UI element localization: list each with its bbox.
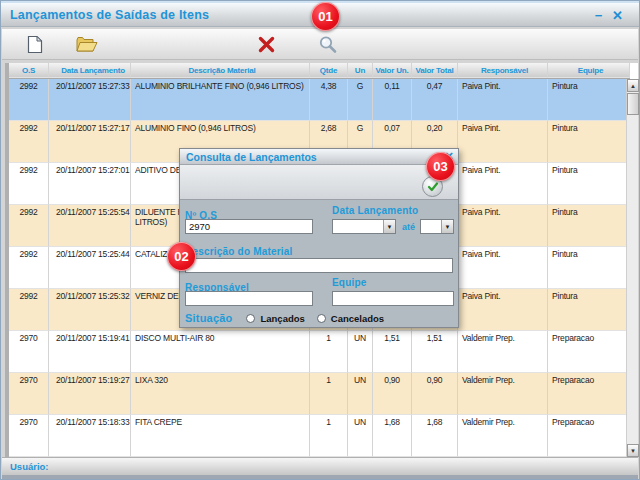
data-fim-combo[interactable]: ▼ bbox=[420, 219, 454, 234]
cell-os: 2992 bbox=[9, 163, 49, 205]
situacao-label: Situação bbox=[185, 312, 232, 324]
chevron-down-icon[interactable]: ▼ bbox=[383, 220, 395, 233]
new-button[interactable] bbox=[22, 31, 48, 57]
cell-data: 20/11/2007 15:25:32 bbox=[49, 289, 131, 331]
table-header-row: O.SData LançamentoDescrição MaterialQtde… bbox=[9, 63, 630, 79]
cell-os: 2992 bbox=[9, 79, 49, 121]
cell-os: 2992 bbox=[9, 121, 49, 163]
responsavel-input[interactable] bbox=[185, 291, 313, 306]
cell-os: 2992 bbox=[9, 289, 49, 331]
data-inicio-combo[interactable]: ▼ bbox=[332, 219, 396, 234]
cell-qtde: 4,38 bbox=[310, 79, 348, 121]
cell-valor_total: 0,47 bbox=[412, 79, 458, 121]
annotation-badge-01: 01 bbox=[311, 2, 340, 31]
column-header-valor_total[interactable]: Valor Total bbox=[412, 63, 458, 78]
chevron-down-icon[interactable]: ▼ bbox=[441, 220, 453, 233]
cell-data: 20/11/2007 15:19:41 bbox=[49, 331, 131, 373]
table-row[interactable]: 297020/11/2007 15:18:33FITA CREPE1UN1,68… bbox=[9, 415, 630, 457]
cell-equipe: Pintura bbox=[548, 289, 630, 331]
column-header-responsavel[interactable]: Responsável bbox=[458, 63, 548, 78]
cell-valor_un: 0,90 bbox=[373, 373, 412, 415]
table-row[interactable]: 297020/11/2007 15:19:41DISCO MULTI-AIR 8… bbox=[9, 331, 630, 373]
cell-data: 20/11/2007 15:25:44 bbox=[49, 247, 131, 289]
window-bottom-edge bbox=[2, 475, 638, 479]
cell-data: 20/11/2007 15:19:27 bbox=[49, 373, 131, 415]
cell-qtde: 1 bbox=[310, 331, 348, 373]
cell-valor_un: 0,11 bbox=[373, 79, 412, 121]
cell-responsavel: Paiva Pint. bbox=[458, 121, 548, 163]
column-header-os[interactable]: O.S bbox=[9, 63, 49, 78]
cell-descricao: ALUMINIO BRILHANTE FINO (0,946 LITROS) bbox=[131, 79, 310, 121]
column-header-qtde[interactable]: Qtde bbox=[310, 63, 348, 78]
cell-responsavel: Paiva Pint. bbox=[458, 289, 548, 331]
cell-equipe: Preparacao bbox=[548, 373, 630, 415]
window-title: Lançamentos de Saídas de Itens bbox=[1, 8, 209, 22]
app-window: Lançamentos de Saídas de Itens − ✕ bbox=[0, 0, 640, 480]
dialog-title: Consulta de Lançamentos bbox=[180, 151, 317, 163]
radio-circle-icon[interactable] bbox=[246, 314, 255, 323]
cell-responsavel: Valdemir Prep. bbox=[458, 415, 548, 457]
cell-valor_total: 0,90 bbox=[412, 373, 458, 415]
annotation-badge-03: 03 bbox=[426, 152, 455, 181]
search-button[interactable] bbox=[314, 31, 340, 57]
minimize-button[interactable]: − bbox=[591, 7, 606, 23]
column-header-equipe[interactable]: Equipe bbox=[548, 63, 630, 78]
cell-os: 2992 bbox=[9, 205, 49, 247]
dialog-title-bar: Consulta de Lançamentos − ✕ bbox=[180, 149, 458, 165]
cell-equipe: Pintura bbox=[548, 79, 630, 121]
close-button[interactable]: ✕ bbox=[610, 7, 625, 23]
cell-qtde: 1 bbox=[310, 373, 348, 415]
radio-cancelados[interactable]: Cancelados bbox=[317, 313, 384, 324]
descricao-material-input[interactable] bbox=[185, 258, 453, 273]
cell-qtde: 1 bbox=[310, 415, 348, 457]
dialog-form: Nº O.S Data Lançamento ▼ até ▼ Descrição… bbox=[180, 200, 458, 327]
data-lancamento-label: Data Lançamento bbox=[332, 205, 418, 216]
table-row[interactable]: 299220/11/2007 15:27:33ALUMINIO BRILHANT… bbox=[9, 79, 630, 121]
cell-descricao: FITA CREPE bbox=[131, 415, 310, 457]
cell-equipe: Pintura bbox=[548, 205, 630, 247]
radio-cancelados-label: Cancelados bbox=[331, 313, 384, 324]
cell-equipe: Preparacao bbox=[548, 331, 630, 373]
column-header-descricao[interactable]: Descrição Material bbox=[131, 63, 310, 78]
scroll-down-button[interactable]: ▼ bbox=[627, 444, 639, 457]
column-header-data[interactable]: Data Lançamento bbox=[49, 63, 131, 78]
column-header-un[interactable]: Un bbox=[348, 63, 373, 78]
cell-descricao: LIXA 320 bbox=[131, 373, 310, 415]
cell-data: 20/11/2007 15:27:17 bbox=[49, 121, 131, 163]
cell-responsavel: Paiva Pint. bbox=[458, 247, 548, 289]
scroll-up-button[interactable]: ▲ bbox=[627, 79, 639, 92]
table-row[interactable]: 297020/11/2007 15:19:27LIXA 3201UN0,900,… bbox=[9, 373, 630, 415]
cell-responsavel: Valdemir Prep. bbox=[458, 331, 548, 373]
os-input[interactable] bbox=[185, 219, 313, 234]
cell-equipe: Preparacao bbox=[548, 415, 630, 457]
dialog-toolbar bbox=[180, 165, 458, 200]
cell-responsavel: Paiva Pint. bbox=[458, 205, 548, 247]
cell-valor_un: 1,68 bbox=[373, 415, 412, 457]
cell-valor_un: 1,51 bbox=[373, 331, 412, 373]
cell-os: 2992 bbox=[9, 247, 49, 289]
equipe-label: Equipe bbox=[332, 277, 367, 288]
open-button[interactable] bbox=[74, 31, 100, 57]
cell-equipe: Pintura bbox=[548, 247, 630, 289]
cell-data: 20/11/2007 15:25:54 bbox=[49, 205, 131, 247]
delete-icon bbox=[257, 35, 276, 54]
delete-button[interactable] bbox=[253, 31, 279, 57]
vertical-scrollbar[interactable]: ▲ ▼ bbox=[626, 79, 638, 457]
search-icon bbox=[317, 34, 338, 55]
cell-data: 20/11/2007 15:18:33 bbox=[49, 415, 131, 457]
user-status-label: Usuário: bbox=[2, 461, 49, 472]
cell-responsavel: Paiva Pint. bbox=[458, 79, 548, 121]
cell-os: 2970 bbox=[9, 331, 49, 373]
cell-descricao: DISCO MULTI-AIR 80 bbox=[131, 331, 310, 373]
scrollbar-thumb[interactable] bbox=[627, 93, 639, 115]
main-toolbar bbox=[2, 29, 638, 60]
column-header-valor_un[interactable]: Valor Un. bbox=[373, 63, 412, 78]
radio-lancados[interactable]: Lançados bbox=[246, 313, 304, 324]
annotation-badge-02: 02 bbox=[167, 242, 196, 271]
green-check-icon bbox=[427, 181, 439, 193]
consulta-dialog: Consulta de Lançamentos − ✕ Nº O.S Data … bbox=[179, 148, 459, 328]
radio-circle-icon[interactable] bbox=[317, 314, 326, 323]
equipe-input[interactable] bbox=[332, 291, 454, 306]
cell-valor_total: 1,68 bbox=[412, 415, 458, 457]
cell-un: G bbox=[348, 79, 373, 121]
